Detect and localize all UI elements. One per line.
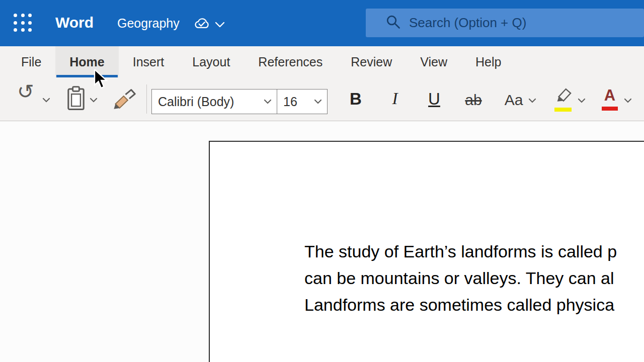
app-launcher-icon[interactable] <box>14 14 33 33</box>
font-name-combobox[interactable]: Calibri (Body) <box>151 89 277 114</box>
ribbon-divider <box>146 84 147 114</box>
document-title-chevron-icon[interactable] <box>215 21 225 30</box>
tab-home[interactable]: Home <box>55 46 118 77</box>
font-color-letter: A <box>601 87 619 103</box>
search-placeholder: Search (Option + Q) <box>409 15 526 31</box>
document-title[interactable]: Geography <box>117 16 180 31</box>
ribbon-tab-bar: File Home Insert Layout References Revie… <box>0 46 644 77</box>
tab-help[interactable]: Help <box>461 46 515 77</box>
tab-insert[interactable]: Insert <box>119 46 179 77</box>
change-case-chevron-icon[interactable] <box>528 96 536 105</box>
font-color-button[interactable]: A <box>601 87 619 114</box>
font-name-value: Calibri (Body) <box>158 95 234 109</box>
document-line: The study of Earth’s landforms is called… <box>304 238 617 265</box>
tab-review[interactable]: Review <box>337 46 406 77</box>
tab-layout[interactable]: Layout <box>178 46 244 77</box>
tab-file[interactable]: File <box>7 46 55 77</box>
document-line: Landforms are sometimes called physica <box>304 292 617 318</box>
search-icon <box>386 15 401 32</box>
highlight-color-swatch <box>554 108 572 112</box>
bold-button[interactable]: B <box>345 89 366 109</box>
strikethrough-button[interactable]: ab <box>461 92 486 109</box>
tab-references[interactable]: References <box>244 46 337 77</box>
app-title[interactable]: Word <box>55 14 94 31</box>
paste-chevron-icon[interactable] <box>90 96 98 105</box>
document-text[interactable]: The study of Earth’s landforms is called… <box>304 238 617 318</box>
italic-button[interactable]: I <box>384 89 406 108</box>
document-page[interactable]: The study of Earth’s landforms is called… <box>209 141 644 362</box>
highlight-chevron-icon[interactable] <box>578 96 586 105</box>
tab-view[interactable]: View <box>406 46 461 77</box>
highlighter-icon <box>553 86 574 105</box>
change-case-button[interactable]: Aa <box>501 92 526 109</box>
document-canvas: The study of Earth’s landforms is called… <box>0 121 644 362</box>
paste-button[interactable] <box>66 85 86 114</box>
font-color-chevron-icon[interactable] <box>624 96 632 105</box>
highlight-button[interactable] <box>553 86 575 113</box>
undo-chevron-icon[interactable] <box>42 96 50 105</box>
font-size-chevron-icon <box>314 99 322 104</box>
ribbon-commands: ↺ Calibri (Body) 16 B I U ab Aa <box>0 77 644 121</box>
cloud-saved-icon[interactable] <box>193 17 211 32</box>
format-painter-icon[interactable] <box>112 88 137 113</box>
document-line: can be mountains or valleys. They can al <box>304 265 617 292</box>
font-name-chevron-icon <box>264 99 272 104</box>
font-size-combobox[interactable]: 16 <box>277 89 328 114</box>
font-color-swatch <box>602 107 618 111</box>
app-header: Word Geography Search (Option + Q) <box>0 0 644 46</box>
undo-button[interactable]: ↺ <box>17 81 34 102</box>
font-size-value: 16 <box>283 95 297 109</box>
search-input[interactable]: Search (Option + Q) <box>366 9 644 37</box>
underline-button[interactable]: U <box>424 89 445 109</box>
